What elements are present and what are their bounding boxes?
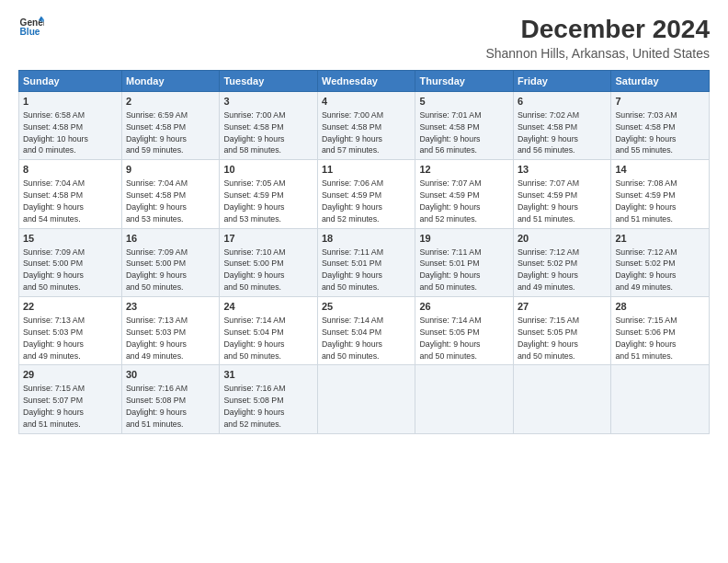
- day-cell: 24Sunrise: 7:14 AMSunset: 5:04 PMDayligh…: [220, 297, 318, 365]
- day-number: 4: [322, 95, 412, 109]
- calendar-page: General Blue December 2024 Shannon Hills…: [0, 0, 728, 563]
- day-number: 17: [223, 232, 313, 246]
- week-row-1: 1Sunrise: 6:58 AMSunset: 4:58 PMDaylight…: [19, 92, 710, 160]
- day-number: 14: [615, 163, 705, 177]
- page-header: General Blue December 2024 Shannon Hills…: [18, 15, 710, 61]
- day-number: 15: [23, 232, 118, 246]
- day-number: 6: [518, 95, 608, 109]
- day-info: Sunrise: 7:11 AMSunset: 5:01 PMDaylight:…: [419, 247, 481, 293]
- day-number: 28: [615, 300, 705, 314]
- day-number: 22: [23, 300, 118, 314]
- day-number: 9: [126, 163, 216, 177]
- day-info: Sunrise: 7:12 AMSunset: 5:02 PMDaylight:…: [518, 247, 579, 293]
- week-row-5: 29Sunrise: 7:15 AMSunset: 5:07 PMDayligh…: [19, 365, 710, 433]
- day-info: Sunrise: 7:06 AMSunset: 4:59 PMDaylight:…: [322, 178, 383, 224]
- day-cell: 17Sunrise: 7:10 AMSunset: 5:00 PMDayligh…: [220, 228, 318, 296]
- day-cell: 12Sunrise: 7:07 AMSunset: 4:59 PMDayligh…: [415, 160, 514, 228]
- day-cell: 15Sunrise: 7:09 AMSunset: 5:00 PMDayligh…: [19, 228, 122, 296]
- col-wednesday: Wednesday: [317, 71, 415, 92]
- day-cell: [415, 365, 514, 433]
- day-cell: 16Sunrise: 7:09 AMSunset: 5:00 PMDayligh…: [121, 228, 220, 296]
- col-monday: Monday: [121, 71, 220, 92]
- col-friday: Friday: [513, 71, 611, 92]
- day-number: 21: [615, 232, 705, 246]
- day-cell: 23Sunrise: 7:13 AMSunset: 5:03 PMDayligh…: [121, 297, 220, 365]
- day-cell: 27Sunrise: 7:15 AMSunset: 5:05 PMDayligh…: [513, 297, 611, 365]
- day-info: Sunrise: 7:14 AMSunset: 5:04 PMDaylight:…: [322, 316, 383, 361]
- day-cell: 20Sunrise: 7:12 AMSunset: 5:02 PMDayligh…: [513, 228, 611, 296]
- day-info: Sunrise: 7:14 AMSunset: 5:04 PMDaylight:…: [223, 316, 285, 361]
- day-number: 20: [518, 232, 608, 246]
- day-info: Sunrise: 7:13 AMSunset: 5:03 PMDaylight:…: [126, 316, 188, 361]
- day-cell: 22Sunrise: 7:13 AMSunset: 5:03 PMDayligh…: [19, 297, 122, 365]
- day-info: Sunrise: 7:04 AMSunset: 4:58 PMDaylight:…: [126, 178, 188, 224]
- day-cell: 25Sunrise: 7:14 AMSunset: 5:04 PMDayligh…: [317, 297, 415, 365]
- day-info: Sunrise: 7:00 AMSunset: 4:58 PMDaylight:…: [223, 110, 285, 155]
- svg-text:Blue: Blue: [20, 27, 40, 37]
- day-cell: 11Sunrise: 7:06 AMSunset: 4:59 PMDayligh…: [317, 160, 415, 228]
- day-number: 31: [223, 368, 313, 382]
- day-number: 3: [223, 95, 313, 109]
- col-thursday: Thursday: [415, 71, 514, 92]
- day-number: 10: [223, 163, 313, 177]
- day-info: Sunrise: 7:03 AMSunset: 4:58 PMDaylight:…: [615, 110, 677, 155]
- day-info: Sunrise: 7:12 AMSunset: 5:02 PMDaylight:…: [615, 247, 677, 293]
- day-cell: 6Sunrise: 7:02 AMSunset: 4:58 PMDaylight…: [513, 92, 611, 160]
- day-cell: 14Sunrise: 7:08 AMSunset: 4:59 PMDayligh…: [611, 160, 710, 228]
- day-cell: 29Sunrise: 7:15 AMSunset: 5:07 PMDayligh…: [19, 365, 122, 433]
- day-cell: 13Sunrise: 7:07 AMSunset: 4:59 PMDayligh…: [513, 160, 611, 228]
- day-info: Sunrise: 7:00 AMSunset: 4:58 PMDaylight:…: [322, 110, 383, 155]
- day-cell: 5Sunrise: 7:01 AMSunset: 4:58 PMDaylight…: [415, 92, 514, 160]
- day-cell: 26Sunrise: 7:14 AMSunset: 5:05 PMDayligh…: [415, 297, 514, 365]
- day-cell: 8Sunrise: 7:04 AMSunset: 4:58 PMDaylight…: [19, 160, 122, 228]
- day-number: 19: [419, 232, 509, 246]
- day-cell: [513, 365, 611, 433]
- day-cell: [317, 365, 415, 433]
- day-info: Sunrise: 6:58 AMSunset: 4:58 PMDaylight:…: [23, 110, 88, 155]
- day-number: 18: [322, 232, 412, 246]
- day-info: Sunrise: 7:02 AMSunset: 4:58 PMDaylight:…: [518, 110, 579, 155]
- day-cell: 2Sunrise: 6:59 AMSunset: 4:58 PMDaylight…: [121, 92, 220, 160]
- day-number: 12: [419, 163, 509, 177]
- day-info: Sunrise: 7:05 AMSunset: 4:59 PMDaylight:…: [223, 178, 285, 224]
- day-number: 16: [126, 232, 216, 246]
- day-info: Sunrise: 7:01 AMSunset: 4:58 PMDaylight:…: [419, 110, 481, 155]
- main-title: December 2024: [485, 15, 710, 44]
- day-info: Sunrise: 7:07 AMSunset: 4:59 PMDaylight:…: [419, 178, 481, 224]
- day-number: 8: [23, 163, 118, 177]
- week-row-4: 22Sunrise: 7:13 AMSunset: 5:03 PMDayligh…: [19, 297, 710, 365]
- day-number: 27: [518, 300, 608, 314]
- logo: General Blue: [18, 15, 44, 40]
- day-cell: 30Sunrise: 7:16 AMSunset: 5:08 PMDayligh…: [121, 365, 220, 433]
- day-number: 29: [23, 368, 118, 382]
- day-info: Sunrise: 7:15 AMSunset: 5:06 PMDaylight:…: [615, 316, 677, 361]
- day-number: 7: [615, 95, 705, 109]
- day-cell: 19Sunrise: 7:11 AMSunset: 5:01 PMDayligh…: [415, 228, 514, 296]
- day-number: 13: [518, 163, 608, 177]
- day-cell: 28Sunrise: 7:15 AMSunset: 5:06 PMDayligh…: [611, 297, 710, 365]
- day-info: Sunrise: 7:07 AMSunset: 4:59 PMDaylight:…: [518, 178, 579, 224]
- day-number: 1: [23, 95, 118, 109]
- calendar-table: Sunday Monday Tuesday Wednesday Thursday…: [18, 70, 710, 434]
- week-row-2: 8Sunrise: 7:04 AMSunset: 4:58 PMDaylight…: [19, 160, 710, 228]
- day-cell: 18Sunrise: 7:11 AMSunset: 5:01 PMDayligh…: [317, 228, 415, 296]
- col-tuesday: Tuesday: [220, 71, 318, 92]
- day-info: Sunrise: 7:16 AMSunset: 5:08 PMDaylight:…: [126, 384, 188, 429]
- title-block: December 2024 Shannon Hills, Arkansas, U…: [485, 15, 710, 61]
- day-number: 30: [126, 368, 216, 382]
- day-info: Sunrise: 7:15 AMSunset: 5:07 PMDaylight:…: [23, 384, 85, 429]
- day-info: Sunrise: 7:04 AMSunset: 4:58 PMDaylight:…: [23, 178, 85, 224]
- day-info: Sunrise: 7:09 AMSunset: 5:00 PMDaylight:…: [126, 247, 188, 293]
- week-row-3: 15Sunrise: 7:09 AMSunset: 5:00 PMDayligh…: [19, 228, 710, 296]
- day-number: 2: [126, 95, 216, 109]
- day-cell: 10Sunrise: 7:05 AMSunset: 4:59 PMDayligh…: [220, 160, 318, 228]
- day-cell: 7Sunrise: 7:03 AMSunset: 4:58 PMDaylight…: [611, 92, 710, 160]
- col-saturday: Saturday: [611, 71, 710, 92]
- day-number: 11: [322, 163, 412, 177]
- day-cell: 1Sunrise: 6:58 AMSunset: 4:58 PMDaylight…: [19, 92, 122, 160]
- day-info: Sunrise: 7:13 AMSunset: 5:03 PMDaylight:…: [23, 316, 85, 361]
- day-info: Sunrise: 7:09 AMSunset: 5:00 PMDaylight:…: [23, 247, 85, 293]
- day-info: Sunrise: 7:15 AMSunset: 5:05 PMDaylight:…: [518, 316, 579, 361]
- day-cell: [611, 365, 710, 433]
- day-info: Sunrise: 7:16 AMSunset: 5:08 PMDaylight:…: [223, 384, 285, 429]
